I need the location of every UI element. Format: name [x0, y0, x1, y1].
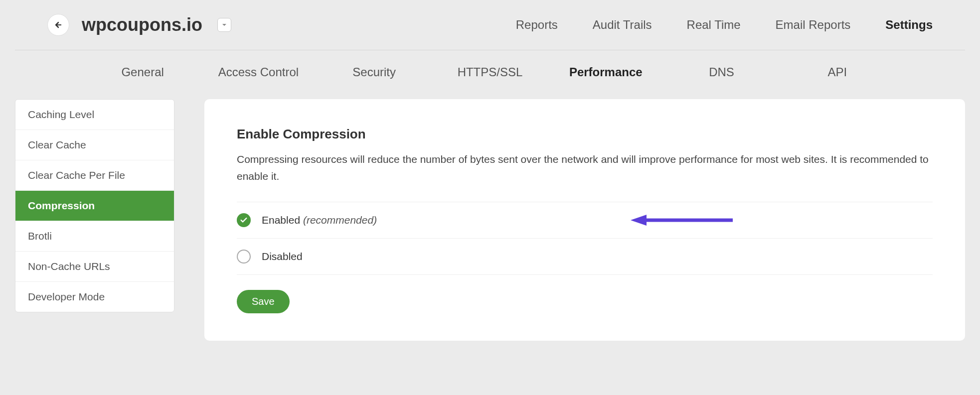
tab-api[interactable]: API — [780, 65, 895, 79]
tab-dns[interactable]: DNS — [663, 65, 779, 79]
radio-unchecked-icon — [237, 250, 251, 263]
svg-marker-2 — [631, 215, 647, 226]
sidebar-item-caching-level[interactable]: Caching Level — [15, 100, 174, 130]
arrow-left-icon — [54, 20, 63, 29]
annotation-arrow-icon — [631, 213, 735, 227]
site-dropdown-button[interactable] — [217, 18, 231, 32]
tab-access-control[interactable]: Access Control — [200, 65, 316, 79]
tab-performance[interactable]: Performance — [548, 65, 663, 79]
sidebar-item-brotli[interactable]: Brotli — [15, 221, 174, 252]
sub-nav: General Access Control Security HTTPS/SS… — [0, 50, 980, 99]
sidebar: Caching Level Clear Cache Clear Cache Pe… — [15, 99, 174, 312]
sidebar-item-developer-mode[interactable]: Developer Mode — [15, 282, 174, 312]
panel-description: Compressing resources will reduce the nu… — [237, 151, 933, 184]
top-nav: Reports Audit Trails Real Time Email Rep… — [516, 18, 933, 32]
sidebar-item-clear-cache-per-file[interactable]: Clear Cache Per File — [15, 160, 174, 191]
sidebar-item-compression[interactable]: Compression — [15, 191, 174, 221]
caret-down-icon — [222, 22, 227, 27]
option-enabled[interactable]: Enabled (recommended) — [237, 202, 933, 238]
main-panel: Enable Compression Compressing resources… — [204, 99, 965, 341]
nav-reports[interactable]: Reports — [516, 18, 558, 32]
nav-settings[interactable]: Settings — [885, 18, 933, 32]
option-enabled-label: Enabled (recommended) — [262, 214, 377, 226]
tab-https-ssl[interactable]: HTTPS/SSL — [432, 65, 548, 79]
option-disabled-label: Disabled — [262, 251, 303, 263]
panel-title: Enable Compression — [237, 127, 933, 142]
nav-real-time[interactable]: Real Time — [687, 18, 741, 32]
site-title: wpcoupons.io — [82, 14, 202, 35]
back-button[interactable] — [47, 14, 69, 36]
nav-audit-trails[interactable]: Audit Trails — [593, 18, 652, 32]
sidebar-item-clear-cache[interactable]: Clear Cache — [15, 130, 174, 160]
sidebar-item-non-cache-urls[interactable]: Non-Cache URLs — [15, 252, 174, 282]
tab-security[interactable]: Security — [317, 65, 432, 79]
nav-email-reports[interactable]: Email Reports — [776, 18, 851, 32]
save-button[interactable]: Save — [237, 290, 290, 313]
tab-general[interactable]: General — [85, 65, 200, 79]
option-disabled[interactable]: Disabled — [237, 238, 933, 275]
radio-checked-icon — [237, 213, 251, 227]
